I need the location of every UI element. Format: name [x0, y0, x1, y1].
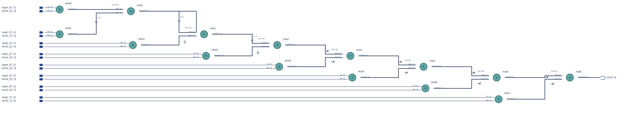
add3-port-a: A[18..0]: [335, 52, 341, 54]
mult7-node[interactable]: ×: [495, 95, 502, 103]
add0-port-out: OUT[16..0]: [140, 10, 148, 12]
out-port-icon: [601, 76, 605, 80]
mult5-node[interactable]: ×: [348, 74, 356, 81]
add0-cin: 1'h0 CIN: [112, 4, 118, 6]
add5-port-a: A[18..0]: [481, 74, 487, 76]
mult7-port-out: OUT[15..0]: [507, 98, 516, 100]
mult3-node[interactable]: ×: [202, 52, 210, 60]
mult-icon: ×: [132, 43, 134, 47]
mult4-port-b: B[7..0]: [267, 67, 272, 69]
add1-port-a: A[17..0]: [189, 31, 195, 33]
add-icon: +: [350, 54, 351, 58]
block-title-mult4: Mult4: [285, 59, 291, 62]
mult4-node[interactable]: ×: [275, 63, 283, 71]
add0-node[interactable]: +: [127, 7, 135, 15]
svg-text:15..0: 15..0: [97, 17, 101, 19]
add3-port-b: B[18..0]: [335, 56, 341, 58]
add1-node[interactable]: +: [200, 30, 208, 38]
mult0-node[interactable]: ×: [56, 6, 64, 13]
add2-port-out: OUT[18..0]: [286, 43, 294, 45]
add3-node[interactable]: +: [346, 52, 354, 60]
add4-cin: 1'h0 CIN: [404, 59, 411, 61]
svg-text:16..0: 16..0: [180, 16, 184, 18]
block-title-mult6: Mult6: [431, 81, 438, 84]
mult6-port-out: OUT[15..0]: [434, 87, 442, 89]
mult-icon: ×: [59, 8, 60, 11]
mult-icon: ×: [424, 87, 426, 90]
block-title-mult3: Mult3: [212, 48, 218, 51]
mult3-port-b: B[7..0]: [194, 56, 198, 58]
add2-port-a: A[18..0]: [262, 42, 268, 43]
mult2-node[interactable]: ×: [129, 41, 137, 49]
pin-label-kernel_1: kernel_1[7..0]: [2, 34, 16, 37]
add-icon: +: [422, 65, 424, 69]
add0-port-a: A[16..0]: [116, 8, 122, 10]
add3-cin: 1'h0 CIN: [331, 48, 338, 50]
pin-label-target_5: target_5[7..0]: [2, 74, 16, 77]
add3-port-out: OUT[18..0]: [359, 54, 368, 56]
mult1-node[interactable]: ×: [56, 30, 64, 38]
pin-label-target_0: target_0[7..0]: [2, 6, 16, 9]
pin-label-kernel_5: kernel_5[7..0]: [2, 78, 16, 80]
add-icon: +: [130, 10, 132, 13]
pin-label-kernel_0: kernel_0[7..0]: [2, 10, 16, 12]
mult-icon: ×: [59, 32, 60, 36]
pin-label-target_3: target_3[7..0]: [2, 53, 16, 55]
add-icon: +: [496, 76, 498, 79]
mult0-port-b: B[7..0]: [47, 10, 52, 12]
mult4-port-out: OUT[15..0]: [288, 65, 296, 67]
add5-node[interactable]: +: [493, 74, 500, 81]
add2-node[interactable]: +: [274, 41, 281, 49]
mult5-port-out: OUT[15..0]: [361, 76, 370, 78]
mult0-port-out: OUT[15..0]: [68, 8, 77, 10]
block-title-mult2: Mult2: [138, 37, 145, 40]
mult6-node[interactable]: ×: [422, 85, 429, 92]
block-title-mult5: Mult5: [358, 70, 364, 73]
add2-cin: 1'h0 CIN: [258, 38, 265, 40]
block-title-add1: Add1: [210, 27, 216, 30]
add1-port-out: OUT[17..0]: [213, 33, 221, 35]
mult-icon: ×: [205, 54, 207, 58]
mult1-port-a: A[7..0]: [47, 31, 52, 32]
add6-node[interactable]: +: [566, 74, 574, 81]
add1-cin: 1'h0 CIN: [185, 27, 192, 29]
add5-cin: 1'h0 CIN: [478, 70, 484, 72]
block-title-add3: Add3: [356, 48, 362, 51]
add4-port-b: B[18..0]: [408, 67, 414, 69]
mult5-port-b: B[7..0]: [340, 78, 345, 80]
mult1-port-b: B[7..0]: [47, 34, 52, 36]
schematic-canvas: 15..0 16..0 17..0: [0, 0, 644, 128]
add-icon: +: [203, 32, 205, 36]
mult7-port-b: B[7..0]: [486, 99, 491, 101]
mult6-port-a: A[7..0]: [413, 85, 418, 87]
wire-layer: 15..0 16..0 17..0: [0, 0, 644, 128]
add-icon: +: [276, 43, 278, 47]
add4-port-out: OUT[18..0]: [432, 65, 441, 67]
mult3-port-a: A[7..0]: [194, 52, 198, 54]
pin-label-kernel_2: kernel_2[7..0]: [2, 45, 16, 48]
add6-port-a: A[18..0]: [554, 74, 560, 76]
out-port-label: out[15..0]: [606, 76, 616, 79]
add6-cin: 1'h0 CIN: [550, 70, 557, 72]
add4-node[interactable]: +: [420, 63, 428, 71]
pin-label-target_6: target_6[7..0]: [2, 85, 16, 88]
pin-label-target_7: target_7[7..0]: [2, 96, 16, 99]
block-title-add0: Add0: [137, 4, 142, 7]
mult0-port-a: A[7..0]: [47, 6, 52, 8]
mult5-port-a: A[7..0]: [340, 74, 345, 76]
block-title-mult1: Mult1: [66, 27, 72, 30]
add6-port-b: B[18..0]: [554, 78, 560, 80]
mult1-port-out: OUT[15..0]: [68, 33, 77, 35]
add5-port-out: OUT[18..0]: [506, 76, 514, 78]
add-icon: +: [569, 76, 571, 79]
mult3-port-out: OUT[15..0]: [215, 54, 223, 56]
mult4-port-a: A[7..0]: [267, 63, 272, 65]
block-title-add5: Add5: [502, 70, 508, 73]
add6-port-out: OUT[18..0]: [578, 76, 587, 78]
mult6-port-b: B[7..0]: [413, 89, 418, 91]
pin-label-kernel_7: kernel_7[7..0]: [2, 99, 16, 102]
add0-port-b: B[16..0]: [116, 12, 122, 14]
block-title-add6: Add6: [576, 70, 582, 73]
mult-icon: ×: [278, 65, 280, 69]
block-title-add2: Add2: [283, 38, 289, 41]
